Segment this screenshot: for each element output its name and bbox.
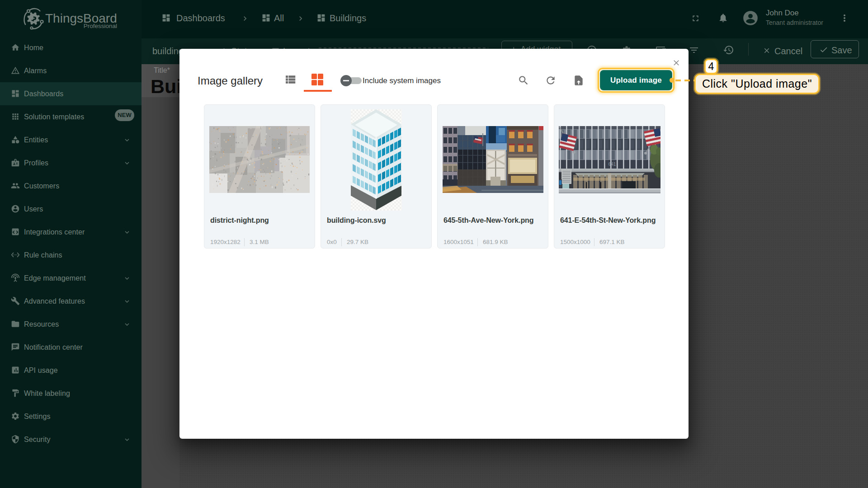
svg-text:641: 641 [609, 162, 616, 167]
